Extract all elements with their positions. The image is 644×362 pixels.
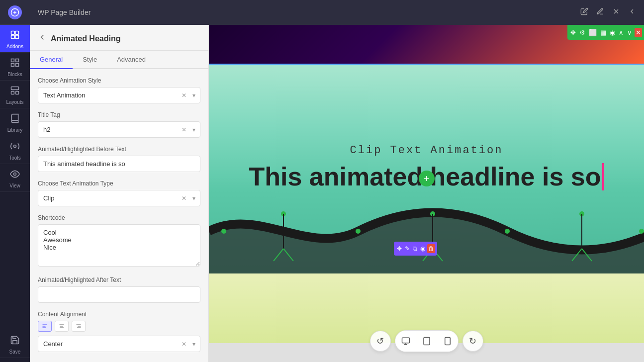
alignment-label: Content Alignment	[38, 311, 200, 318]
top-bar-icons	[580, 7, 636, 17]
element-move-icon[interactable]: ✥	[396, 244, 403, 253]
animation-type-clear[interactable]: ✕	[182, 195, 186, 202]
svg-rect-5	[11, 59, 14, 62]
element-eye-icon[interactable]: ◉	[419, 244, 426, 253]
animation-type-select-wrapper: Clip ✕ ▾	[38, 190, 200, 206]
element-delete-icon[interactable]: 🗑	[427, 244, 435, 253]
animation-type-select[interactable]: Clip	[38, 190, 200, 206]
sidebar-item-library[interactable]: Library	[0, 108, 30, 136]
title-tag-select[interactable]: h2	[38, 121, 200, 138]
tab-general[interactable]: General	[30, 51, 73, 69]
mobile-button[interactable]	[437, 331, 458, 352]
animation-type-label: Choose Text Animation Type	[38, 180, 200, 187]
animation-style-select-wrapper: Text Animation ✕ ▾	[38, 87, 200, 103]
svg-rect-6	[16, 59, 19, 62]
block-chevron-up-icon[interactable]: ∧	[618, 28, 625, 37]
sidebar-nav: Addons Blocks Layouts	[0, 25, 30, 330]
top-bar: WP Page Builder	[30, 0, 644, 25]
svg-rect-41	[402, 338, 409, 343]
desktop-button[interactable]	[395, 331, 416, 352]
main-canvas: ✥ ⚙ ⬜ ▦ ◉ ∧ ∨ ✕ ✥ ✎ ⧉ ◉ 🗑 Clip Text Anim…	[209, 25, 644, 362]
tools-icon	[10, 141, 20, 154]
alignment-clear[interactable]: ✕	[182, 341, 186, 348]
sidebar-item-view-label: View	[9, 183, 20, 188]
section-block-toolbar: ✥ ⚙ ⬜ ▦ ◉ ∧ ∨ ✕	[567, 25, 644, 40]
shortcode-group: Shortcode Cool Awesome Nice	[38, 214, 200, 269]
svg-point-13	[14, 173, 16, 176]
panel: Animated Heading General Style Advanced …	[30, 25, 209, 362]
tab-style[interactable]: Style	[73, 51, 107, 69]
align-left-button[interactable]	[38, 321, 52, 332]
block-grid-icon[interactable]: ▦	[599, 28, 607, 37]
alignment-select-wrapper: Center ✕ ▾	[38, 336, 200, 352]
block-resize-icon[interactable]: ⬜	[588, 28, 598, 37]
shortcode-label: Shortcode	[38, 214, 200, 221]
addons-icon	[10, 30, 20, 42]
close-icon[interactable]	[612, 7, 620, 17]
template-icon[interactable]	[580, 7, 588, 17]
clip-text-label: Clip Text Animation	[350, 144, 503, 157]
after-text-group: Animated/Highlighted After Text	[38, 276, 200, 303]
svg-rect-7	[11, 64, 14, 67]
align-center-button[interactable]	[55, 321, 69, 332]
svg-rect-44	[424, 338, 430, 345]
sidebar-item-layouts[interactable]: Layouts	[0, 81, 30, 108]
element-duplicate-icon[interactable]: ⧉	[412, 244, 418, 253]
svg-rect-10	[11, 91, 14, 94]
panel-back-button[interactable]	[38, 33, 47, 44]
device-toolbar: ↺ ↻	[370, 330, 483, 352]
sidebar-item-blocks[interactable]: Blocks	[0, 53, 30, 81]
alignment-group: Content Alignment	[38, 311, 200, 352]
before-text-input[interactable]	[38, 156, 200, 172]
collapse-icon[interactable]	[628, 7, 636, 17]
block-chevron-down-icon[interactable]: ∨	[626, 28, 633, 37]
edit-icon[interactable]	[596, 7, 604, 17]
sidebar-item-save[interactable]: Save	[0, 330, 30, 358]
add-section-button[interactable]: +	[419, 171, 435, 186]
tab-advanced[interactable]: Advanced	[107, 51, 156, 69]
block-delete-icon[interactable]: ✕	[635, 28, 642, 37]
logo-area	[0, 0, 30, 25]
animation-style-select[interactable]: Text Animation	[38, 87, 200, 103]
block-settings-icon[interactable]: ⚙	[578, 28, 586, 37]
element-edit-icon[interactable]: ✎	[404, 244, 411, 253]
after-text-input[interactable]	[38, 286, 200, 303]
element-toolbar: ✥ ✎ ⧉ ◉ 🗑	[394, 242, 437, 256]
before-text-label: Animated/Highlighted Before Text	[38, 146, 200, 153]
svg-point-31	[639, 229, 644, 234]
title-tag-clear[interactable]: ✕	[182, 126, 186, 133]
sidebar-item-layouts-label: Layouts	[6, 99, 23, 105]
sidebar-item-save-label: Save	[9, 349, 21, 355]
sidebar-item-tools-label: Tools	[9, 155, 20, 161]
svg-rect-4	[15, 35, 19, 39]
block-move-icon[interactable]: ✥	[569, 28, 577, 37]
panel-tabs: General Style Advanced	[30, 51, 208, 69]
svg-rect-2	[15, 31, 19, 35]
title-tag-group: Title Tag h2 ✕ ▾	[38, 111, 200, 138]
animation-style-clear[interactable]: ✕	[182, 92, 186, 99]
undo-button[interactable]: ↺	[370, 331, 391, 352]
before-text-group: Animated/Highlighted Before Text	[38, 146, 200, 172]
shortcode-textarea[interactable]: Cool Awesome Nice	[38, 224, 200, 267]
sidebar-item-tools[interactable]: Tools	[0, 136, 30, 164]
alignment-icons	[38, 321, 200, 332]
sidebar-item-library-label: Library	[7, 127, 23, 133]
sidebar-item-addons-label: Addons	[6, 44, 23, 49]
redo-button[interactable]: ↻	[462, 331, 483, 352]
tablet-button[interactable]	[416, 331, 437, 352]
svg-rect-1	[11, 31, 15, 35]
app-title: WP Page Builder	[38, 8, 91, 16]
svg-rect-11	[16, 91, 19, 94]
alignment-select[interactable]: Center	[38, 336, 200, 352]
block-eye-icon[interactable]: ◉	[609, 28, 616, 37]
animation-style-group: Choose Animation Style Text Animation ✕ …	[38, 77, 200, 103]
sidebar-item-blocks-label: Blocks	[7, 72, 22, 77]
svg-rect-9	[11, 87, 19, 90]
svg-rect-46	[445, 338, 450, 345]
align-right-button[interactable]	[72, 321, 86, 332]
sidebar-item-addons[interactable]: Addons	[0, 25, 30, 53]
animation-style-label: Choose Animation Style	[38, 77, 200, 84]
svg-rect-8	[16, 64, 19, 67]
panel-content: Choose Animation Style Text Animation ✕ …	[30, 69, 208, 362]
sidebar-item-view[interactable]: View	[0, 164, 30, 192]
